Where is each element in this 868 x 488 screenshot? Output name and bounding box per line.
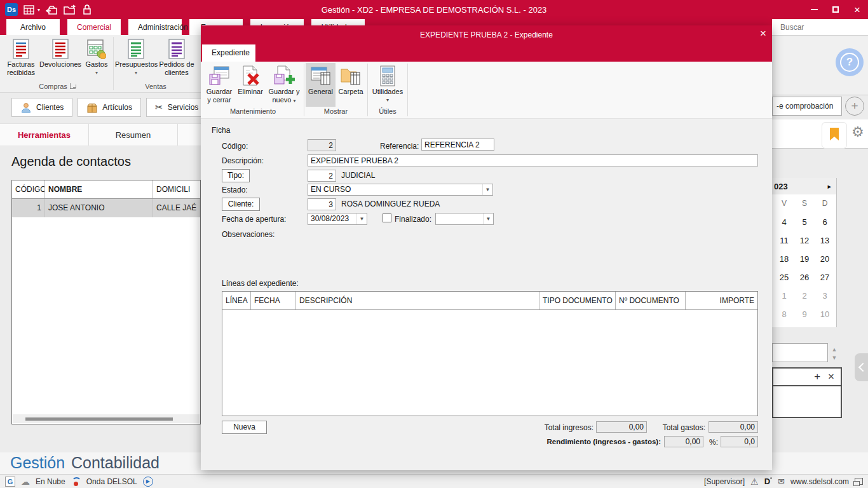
onda-delsol-label[interactable]: Onda DELSOL — [86, 477, 137, 486]
calendar-dropdown-caret[interactable]: ▾ — [37, 7, 40, 13]
module-contabilidad[interactable]: Contabilidad — [71, 454, 159, 472]
nueva-button[interactable]: Nueva — [222, 421, 267, 434]
col-tipo-documento[interactable]: TIPO DOCUMENTO — [539, 292, 616, 309]
calendar-day[interactable]: 20 — [815, 250, 835, 268]
estado-combobox[interactable]: EN CURSO ▼ — [308, 184, 493, 196]
g-status-icon[interactable]: G — [5, 477, 15, 487]
utilidades-button[interactable]: Utilidades ▾ — [369, 63, 406, 107]
descripcion-input[interactable] — [308, 154, 758, 166]
gastos-button[interactable]: Gastos ▾ — [81, 37, 112, 77]
play-icon[interactable]: ▶ — [143, 477, 153, 487]
guardar-nuevo-button[interactable]: Guardar y nuevo ▾ — [266, 63, 302, 107]
calendar-day[interactable]: 11 — [774, 231, 794, 250]
agenda-horizontal-scrollbar[interactable] — [13, 414, 200, 423]
search-input[interactable] — [772, 19, 868, 35]
total-gastos-input[interactable] — [709, 421, 758, 433]
menu-tab-administracion[interactable]: Administración — [128, 19, 182, 36]
calendar-day[interactable]: 27 — [815, 268, 835, 287]
fecha-apertura-datepicker[interactable]: 30/08/2023 ▼ — [308, 213, 367, 225]
spinner-field[interactable] — [772, 343, 828, 362]
referencia-input[interactable] — [421, 139, 494, 151]
finalizado-checkbox[interactable] — [383, 214, 391, 222]
col-descripcion[interactable]: DESCRIPCIÓN — [296, 292, 539, 309]
calendar-icon[interactable] — [24, 4, 34, 15]
warning-icon[interactable]: ⚠ — [750, 477, 759, 487]
agenda-scrollbar-thumb[interactable] — [25, 417, 173, 421]
notes-add-button[interactable]: + — [814, 370, 820, 383]
import-icon[interactable] — [46, 4, 58, 15]
remote-desktop-icon[interactable] — [855, 478, 863, 485]
rendimiento-input[interactable] — [664, 436, 703, 447]
eliminar-button[interactable]: Eliminar — [235, 63, 266, 107]
col-fecha[interactable]: FECHA — [251, 292, 296, 309]
estado-dropdown-caret[interactable]: ▼ — [482, 184, 492, 195]
clientes-button[interactable]: Clientes — [11, 98, 72, 117]
menu-tab-comercial[interactable]: Comercial — [67, 19, 121, 36]
calendar-day[interactable]: 8 — [774, 305, 794, 323]
close-button[interactable]: × — [846, 0, 868, 19]
tab-expediente[interactable]: Expediente — [202, 44, 255, 62]
minimize-button[interactable] — [803, 0, 825, 19]
gear-icon[interactable]: ⚙ — [851, 125, 864, 139]
general-button[interactable]: General — [306, 63, 336, 107]
calendar-day[interactable]: 2 — [794, 287, 815, 305]
lock-icon[interactable] — [82, 4, 92, 15]
module-gestion[interactable]: Gestión — [10, 454, 65, 472]
servicios-button[interactable]: ✂ Servicios — [146, 98, 207, 117]
calendar-day[interactable]: 6 — [815, 213, 835, 231]
presupuestos-button[interactable]: Presupuestos ▾ — [115, 37, 157, 77]
calendar-next-icon[interactable]: ▸ — [827, 182, 836, 191]
finalizado-dropdown-caret[interactable]: ▼ — [483, 214, 493, 224]
add-button[interactable]: + — [845, 97, 864, 116]
collapse-panel-button[interactable] — [855, 353, 868, 381]
agenda-header-nombre[interactable]: NOMBRE — [45, 180, 153, 198]
pct-input[interactable] — [721, 436, 758, 447]
folder-open-icon[interactable] — [64, 4, 76, 15]
codigo-input[interactable] — [308, 139, 336, 151]
col-linea[interactable]: LÍNEA — [222, 292, 251, 309]
calendar-day[interactable]: 3 — [815, 287, 835, 305]
devoluciones-button[interactable]: Devoluciones — [39, 37, 81, 69]
calendar-day[interactable]: 9 — [794, 305, 815, 323]
calendar-day[interactable]: 25 — [774, 268, 794, 287]
calendar-day[interactable]: 10 — [815, 305, 835, 323]
mail-icon[interactable]: ✉ — [778, 477, 785, 486]
guardar-cerrar-button[interactable]: Guardar y cerrar — [203, 63, 235, 107]
en-nube-label[interactable]: En Nube — [36, 477, 65, 486]
maximize-button[interactable] — [825, 0, 846, 19]
calendar-day[interactable]: 1 — [774, 287, 794, 305]
calendar-day[interactable]: 4 — [774, 213, 794, 231]
spinner-arrows[interactable]: ▲▼ — [830, 344, 839, 363]
dialog-close-button[interactable]: × — [760, 28, 766, 39]
carpeta-button[interactable]: Carpeta — [336, 63, 366, 107]
calendar-day[interactable]: 12 — [794, 231, 815, 250]
calendar-day[interactable]: 13 — [815, 231, 835, 250]
comprobacion-input[interactable] — [773, 97, 841, 115]
tab-resumen[interactable]: Resumen — [89, 124, 178, 146]
tipo-code-input[interactable] — [308, 170, 336, 182]
facturas-recibidas-button[interactable]: Facturas recibidas — [3, 37, 39, 77]
pedidos-clientes-button[interactable]: Pedidos de clientes — [157, 37, 196, 77]
agenda-header-domicilio[interactable]: DOMICILI — [153, 180, 200, 198]
comprobacion-field[interactable] — [772, 97, 842, 116]
tipo-button[interactable]: Tipo: — [222, 169, 250, 182]
compras-dialog-launcher-icon[interactable] — [70, 83, 76, 89]
calendar-day[interactable]: 26 — [794, 268, 815, 287]
delsol-logo-icon[interactable]: D — [764, 477, 772, 486]
agenda-header-codigo[interactable]: CÓDIGO — [12, 180, 45, 198]
cliente-code-input[interactable] — [308, 198, 336, 210]
cliente-button[interactable]: Cliente: — [222, 198, 260, 211]
help-button[interactable]: ? — [836, 48, 864, 76]
notes-close-button[interactable]: × — [828, 370, 834, 383]
calendar-day[interactable]: 5 — [794, 213, 815, 231]
total-ingresos-input[interactable] — [596, 421, 647, 433]
calendar-day[interactable]: 19 — [794, 250, 815, 268]
calendar-day[interactable]: 18 — [774, 250, 794, 268]
agenda-row-selected[interactable]: 1 JOSE ANTONIO CALLE JAÉ — [12, 199, 200, 217]
finalizado-datepicker[interactable]: ▼ — [435, 213, 494, 225]
col-importe[interactable]: IMPORTE — [686, 292, 757, 309]
fecha-dropdown-caret[interactable]: ▼ — [356, 214, 367, 224]
articulos-button[interactable]: Artículos — [78, 98, 141, 117]
website-link[interactable]: www.sdelsol.com — [790, 477, 849, 486]
menu-tab-archivo[interactable]: Archivo — [6, 19, 60, 36]
